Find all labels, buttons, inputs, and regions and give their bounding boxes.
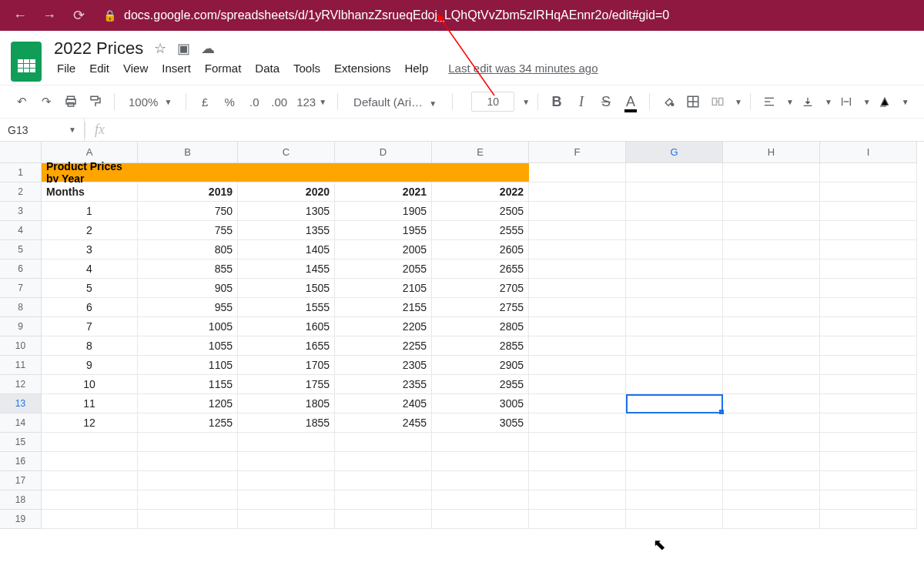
document-title[interactable]: 2022 Prices xyxy=(54,38,143,59)
menu-extensions[interactable]: Extensions xyxy=(331,60,393,76)
cell-A12[interactable]: 10 xyxy=(42,375,138,394)
cell-D10[interactable]: 2255 xyxy=(335,336,432,356)
cell-F10[interactable] xyxy=(529,336,626,356)
cell-B5[interactable]: 805 xyxy=(138,240,238,259)
cell-C3[interactable]: 1305 xyxy=(238,202,335,221)
cell-H12[interactable] xyxy=(723,375,820,394)
cell-C18[interactable] xyxy=(238,490,335,510)
cell-I13[interactable] xyxy=(820,394,917,413)
horizontal-align-button[interactable] xyxy=(758,90,780,113)
row-header-6[interactable]: 6 xyxy=(0,259,41,279)
cell-E8[interactable]: 2755 xyxy=(432,298,529,317)
cell-G17[interactable] xyxy=(626,471,723,490)
cell-F12[interactable] xyxy=(529,375,626,394)
cell-G2[interactable] xyxy=(626,182,723,202)
cell-I15[interactable] xyxy=(820,433,917,452)
cell-F9[interactable] xyxy=(529,317,626,336)
col-header-H[interactable]: H xyxy=(723,142,820,163)
row-header-14[interactable]: 14 xyxy=(0,413,41,433)
paint-format-button[interactable] xyxy=(85,90,106,113)
menu-insert[interactable]: Insert xyxy=(159,60,194,76)
cell-G12[interactable] xyxy=(626,375,723,394)
cell-D13[interactable]: 2405 xyxy=(335,394,432,413)
last-edit-link[interactable]: Last edit was 34 minutes ago xyxy=(448,62,598,75)
cell-F16[interactable] xyxy=(529,452,626,471)
cell-F13[interactable] xyxy=(529,394,626,413)
cell-F7[interactable] xyxy=(529,279,626,298)
cell-F19[interactable] xyxy=(529,510,626,529)
percent-button[interactable]: % xyxy=(219,90,240,113)
cell-H14[interactable] xyxy=(723,413,820,433)
print-button[interactable] xyxy=(60,90,82,113)
row-header-5[interactable]: 5 xyxy=(0,240,41,259)
cell-F11[interactable] xyxy=(529,356,626,375)
cell-B14[interactable]: 1255 xyxy=(138,413,238,433)
cell-D9[interactable]: 2205 xyxy=(335,317,432,336)
row-header-2[interactable]: 2 xyxy=(0,182,41,202)
cell-H9[interactable] xyxy=(723,317,820,336)
cell-B17[interactable] xyxy=(138,471,238,490)
cell-B7[interactable]: 905 xyxy=(138,279,238,298)
more-formats-button[interactable]: 123▼ xyxy=(293,90,330,113)
cell-A3[interactable]: 1 xyxy=(42,202,138,221)
cell-D17[interactable] xyxy=(335,471,432,490)
row-header-10[interactable]: 10 xyxy=(0,336,41,356)
text-rotation-button[interactable] xyxy=(874,90,896,113)
cell-I19[interactable] xyxy=(820,510,917,529)
cell-H11[interactable] xyxy=(723,356,820,375)
select-all-corner[interactable] xyxy=(0,142,41,163)
cell-B2[interactable]: 2019 xyxy=(138,182,238,202)
cell-C8[interactable]: 1555 xyxy=(238,298,335,317)
cell-I17[interactable] xyxy=(820,471,917,490)
cell-D2[interactable]: 2021 xyxy=(335,182,432,202)
cell-A16[interactable] xyxy=(42,452,138,471)
cell-H2[interactable] xyxy=(723,182,820,202)
cell-B10[interactable]: 1055 xyxy=(138,336,238,356)
cell-B16[interactable] xyxy=(138,452,238,471)
cell-F8[interactable] xyxy=(529,298,626,317)
cell-H10[interactable] xyxy=(723,336,820,356)
merge-cells-button[interactable] xyxy=(707,90,728,113)
cell-C15[interactable] xyxy=(238,433,335,452)
cell-F3[interactable] xyxy=(529,202,626,221)
undo-button[interactable]: ↶ xyxy=(11,90,32,113)
cell-E3[interactable]: 2505 xyxy=(432,202,529,221)
cell-G16[interactable] xyxy=(626,452,723,471)
cell-H5[interactable] xyxy=(723,240,820,259)
cell-G7[interactable] xyxy=(626,279,723,298)
fill-color-button[interactable] xyxy=(658,90,679,113)
cell-area[interactable]: Product Prices by Year Months 2019 2020 … xyxy=(42,163,924,529)
cell-E7[interactable]: 2705 xyxy=(432,279,529,298)
menu-file[interactable]: File xyxy=(54,60,79,76)
cell-C5[interactable]: 1405 xyxy=(238,240,335,259)
row-header-4[interactable]: 4 xyxy=(0,221,41,240)
col-header-E[interactable]: E xyxy=(432,142,529,163)
cell-C2[interactable]: 2020 xyxy=(238,182,335,202)
cell-H19[interactable] xyxy=(723,510,820,529)
col-header-B[interactable]: B xyxy=(138,142,238,163)
cell-B11[interactable]: 1105 xyxy=(138,356,238,375)
cell-E1[interactable] xyxy=(432,163,529,182)
cell-E13[interactable]: 3005 xyxy=(432,394,529,413)
cell-H3[interactable] xyxy=(723,202,820,221)
menu-view[interactable]: View xyxy=(120,60,151,76)
cell-E2[interactable]: 2022 xyxy=(432,182,529,202)
cell-C19[interactable] xyxy=(238,510,335,529)
cell-A11[interactable]: 9 xyxy=(42,356,138,375)
cell-I12[interactable] xyxy=(820,375,917,394)
cell-G3[interactable] xyxy=(626,202,723,221)
cell-E18[interactable] xyxy=(432,490,529,510)
row-header-12[interactable]: 12 xyxy=(0,375,41,394)
cell-F17[interactable] xyxy=(529,471,626,490)
menu-format[interactable]: Format xyxy=(202,60,245,76)
cell-D5[interactable]: 2005 xyxy=(335,240,432,259)
cell-D8[interactable]: 2155 xyxy=(335,298,432,317)
cell-E19[interactable] xyxy=(432,510,529,529)
cell-G6[interactable] xyxy=(626,259,723,279)
cell-C10[interactable]: 1655 xyxy=(238,336,335,356)
cell-I8[interactable] xyxy=(820,298,917,317)
cell-C12[interactable]: 1755 xyxy=(238,375,335,394)
text-color-button[interactable]: A xyxy=(620,90,641,113)
address-bar[interactable]: 🔒 docs.google.com/spreadsheets/d/1yRVlbh… xyxy=(103,8,669,22)
cell-D12[interactable]: 2355 xyxy=(335,375,432,394)
